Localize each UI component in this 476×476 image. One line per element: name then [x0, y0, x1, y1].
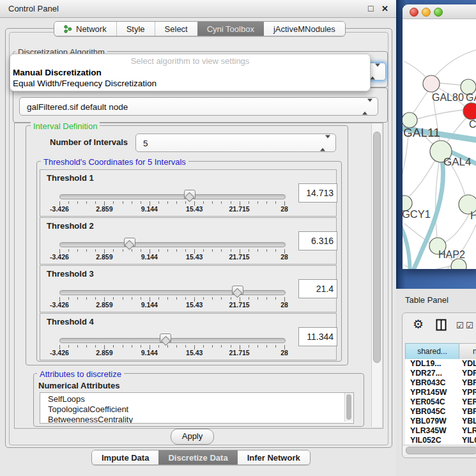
tab-impute-data[interactable]: Impute Data: [92, 450, 158, 464]
tick-mark: [141, 297, 141, 300]
tab-network[interactable]: Network: [54, 22, 116, 36]
table-row[interactable]: YBR045CYBR0: [405, 407, 476, 417]
scrollbar-thumb[interactable]: [346, 394, 351, 420]
gear-icon[interactable]: ⚙: [413, 317, 424, 332]
tick-mark: [123, 297, 123, 300]
apply-button[interactable]: Apply: [171, 429, 214, 445]
table-row[interactable]: YPR145WYPR1: [405, 388, 476, 397]
algorithm-option-manual-discretization[interactable]: Manual Discretization: [13, 68, 102, 77]
threshold-label: Threshold 2: [47, 221, 94, 231]
slider-thumb[interactable]: [184, 190, 196, 199]
vertical-scrollbar[interactable]: [371, 123, 381, 427]
threshold-value-field[interactable]: 11.344: [298, 327, 337, 346]
node-label: GAL80: [432, 92, 464, 103]
close-traffic-light-icon[interactable]: [410, 8, 418, 17]
algorithm-option-equal-width-frequency-discretization[interactable]: Equal Width/Frequency Discretization: [13, 79, 157, 88]
algorithm-dropdown-popup: Select algorithm to view settings Manual…: [10, 54, 371, 91]
network-edge[interactable]: [403, 216, 410, 269]
tick-mark: [257, 249, 258, 252]
slider-thumb[interactable]: [160, 334, 171, 342]
tab-infer-network[interactable]: Infer Network: [238, 450, 310, 464]
tick-mark: [212, 201, 213, 204]
split-view-icon[interactable]: [436, 319, 447, 331]
table-row[interactable]: YER054CYER0: [405, 397, 476, 407]
slider-track[interactable]: [59, 242, 286, 247]
column-header-shared-name[interactable]: shared...: [405, 343, 459, 360]
network-edge[interactable]: [413, 91, 428, 114]
tick-mark: [275, 297, 276, 300]
table-row[interactable]: YDL19...YDL1: [405, 359, 476, 369]
attribute-item-betweennesscentrality[interactable]: BetweennessCentrality: [40, 415, 353, 424]
number-of-intervals-combobox[interactable]: 5: [135, 134, 336, 152]
tab-style[interactable]: Style: [116, 22, 155, 36]
network-edge[interactable]: [417, 110, 463, 119]
tick-mark: [212, 249, 213, 252]
cell-shared-name: YLR345W: [410, 426, 447, 436]
network-node[interactable]: [463, 103, 476, 119]
select-columns-checkbox-icon[interactable]: ☑: [456, 321, 464, 330]
scrollbar-thumb[interactable]: [406, 447, 476, 454]
cell-name: YLR3: [462, 426, 476, 436]
control-panel: Control Panel □ ✕ NetworkStyleSelectCyni…: [0, 0, 396, 476]
zoom-traffic-light-icon[interactable]: [434, 8, 443, 17]
tick-mark: [212, 297, 213, 300]
network-node[interactable]: [451, 259, 466, 269]
numerical-attributes-list[interactable]: SelfLoopsTopologicalCoefficientBetweenne…: [40, 392, 354, 424]
table-row[interactable]: YBL079WYBL0: [405, 417, 476, 426]
tick-label: 21.715: [229, 253, 250, 261]
horizontal-scrollbar[interactable]: [403, 445, 476, 454]
tick-mark: [132, 201, 132, 204]
table-row[interactable]: YLR345WYLR3: [405, 426, 476, 436]
slider-thumb[interactable]: [124, 238, 135, 247]
slider-track[interactable]: [59, 290, 286, 295]
tab-discretize-data[interactable]: Discretize Data: [158, 450, 237, 464]
attribute-item-topologicalcoefficient[interactable]: TopologicalCoefficient: [40, 404, 353, 415]
tab-jactivemnodules[interactable]: jActiveMNodules: [264, 22, 345, 36]
tick-label: 2.859: [96, 349, 112, 357]
network-edge[interactable]: [445, 213, 470, 242]
tick-mark: [95, 249, 96, 252]
minimize-traffic-light-icon[interactable]: [422, 8, 431, 17]
tick-mark: [158, 201, 159, 204]
network-node[interactable]: [423, 75, 440, 92]
table-row[interactable]: YIL052CYIL0: [405, 436, 476, 445]
network-canvas[interactable]: GAL80GACGAL11GAL4GCY1HAHAP2: [403, 19, 476, 269]
network-edge[interactable]: [434, 50, 476, 77]
threshold-value-field[interactable]: 14.713: [298, 183, 337, 203]
table-data-combobox[interactable]: galFiltered.sif default node: [19, 97, 378, 116]
slider-thumb[interactable]: [232, 286, 243, 295]
network-edge[interactable]: [404, 61, 426, 77]
network-window-titlebar[interactable]: [403, 4, 476, 19]
cell-name: YDR2: [462, 369, 476, 378]
tick-mark: [203, 249, 204, 252]
slider-track[interactable]: [59, 194, 286, 199]
tick-mark: [77, 345, 78, 348]
tick-mark: [141, 345, 141, 348]
close-icon[interactable]: ✕: [381, 4, 388, 14]
table-row[interactable]: YDR27...YDR2: [405, 369, 476, 378]
table-row[interactable]: YBR043CYBR0: [405, 378, 476, 388]
float-window-icon[interactable]: □: [368, 3, 373, 13]
slider-track[interactable]: [59, 338, 286, 343]
discretization-algorithm-group-title: Discretization Algorithm: [15, 47, 107, 54]
threshold-value-field[interactable]: 21.4: [298, 279, 337, 298]
network-icon: [64, 25, 72, 33]
tab-label: Style: [127, 24, 145, 34]
number-of-intervals-label: Number of Intervals: [50, 137, 128, 147]
scrollbar-thumb[interactable]: [373, 132, 381, 363]
threshold-value-field[interactable]: 6.316: [298, 231, 337, 250]
select-all-checkbox-icon[interactable]: ☑: [466, 321, 473, 330]
column-header-name[interactable]: n...: [459, 343, 476, 360]
tick-mark: [167, 345, 168, 348]
attributes-group-title: Attributes to discretize: [37, 369, 124, 379]
cell-shared-name: YBR045C: [410, 407, 445, 417]
tab-cyni-toolbox[interactable]: Cyni Toolbox: [197, 22, 264, 36]
node-label: GAL11: [403, 126, 440, 139]
network-edge[interactable]: [440, 83, 461, 85]
list-scrollbar[interactable]: [344, 393, 353, 422]
tick-mark: [231, 297, 231, 300]
tick-mark: [132, 249, 132, 252]
attribute-item-selfloops[interactable]: SelfLoops: [40, 394, 353, 404]
tab-select[interactable]: Select: [155, 22, 197, 36]
network-edge[interactable]: [410, 160, 435, 196]
